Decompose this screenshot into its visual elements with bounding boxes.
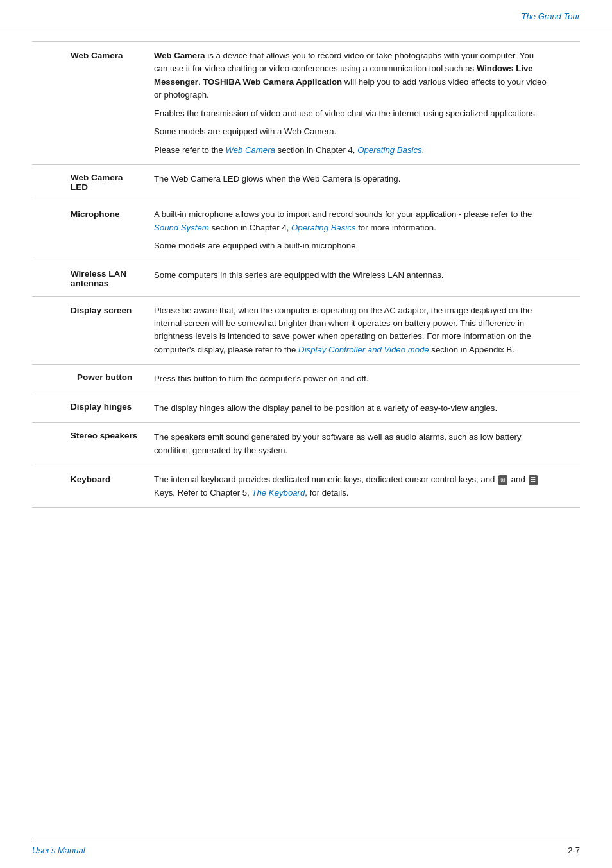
display-screen-desc-1: Please be aware that, when the computer …	[154, 304, 548, 357]
term-cell-web-camera-led: Web Camera LED	[32, 165, 148, 200]
definition-table: Web CameraWeb Camera is a device that al…	[32, 41, 580, 508]
term-cell-microphone: Microphone	[32, 200, 148, 261]
def-cell-power-button: Press this button to turn the computer's…	[148, 365, 580, 394]
term-label-power-button: Power button	[77, 372, 132, 382]
term-cell-stereo-speakers: Stereo speakers	[32, 423, 148, 465]
term-cell-keyboard: Keyboard	[32, 465, 148, 508]
web-camera-link[interactable]: Web Camera	[225, 145, 275, 155]
table-row: KeyboardThe internal keyboard provides d…	[32, 465, 580, 508]
microphone-desc-2: Some models are equipped with a built-in…	[154, 239, 548, 252]
def-cell-web-camera-led: The Web Camera LED glows when the Web Ca…	[148, 165, 580, 200]
term-cell-display-hinges: Display hinges	[32, 394, 148, 422]
def-cell-keyboard: The internal keyboard provides dedicated…	[148, 465, 580, 508]
def-cell-microphone: A built-in microphone allows you to impo…	[148, 200, 580, 261]
term-cell-power-button: Power button	[32, 365, 148, 394]
table-row: MicrophoneA built-in microphone allows y…	[32, 200, 580, 261]
term-cell-web-camera: Web Camera	[32, 42, 148, 165]
power-button-desc-1: Press this button to turn the computer's…	[154, 372, 548, 385]
operating-basics-link-2[interactable]: Operating Basics	[291, 223, 355, 232]
def-cell-wireless-lan: Some computers in this series are equipp…	[148, 261, 580, 296]
table-row: Power buttonPress this button to turn th…	[32, 365, 580, 394]
keyboard-link[interactable]: The Keyboard	[251, 488, 305, 498]
table-row: Wireless LAN antennasSome computers in t…	[32, 261, 580, 296]
def-cell-display-hinges: The display hinges allow the display pan…	[148, 394, 580, 422]
table-row: Web Camera LEDThe Web Camera LED glows w…	[32, 165, 580, 200]
display-controller-link[interactable]: Display Controller and Video mode	[298, 345, 429, 354]
web-camera-desc-4: Please refer to the Web Camera section i…	[154, 144, 548, 157]
web-camera-led-desc-1: The Web Camera LED glows when the Web Ca…	[154, 173, 548, 186]
operating-basics-link-1[interactable]: Operating Basics	[357, 145, 421, 155]
table-row: Stereo speakersThe speakers emit sound g…	[32, 423, 580, 465]
web-camera-desc-2: Enables the transmission of video and us…	[154, 107, 548, 120]
table-row: Display hingesThe display hinges allow t…	[32, 394, 580, 422]
win-key-icon: ⊞	[498, 475, 507, 485]
header-title: The Grand Tour	[522, 12, 580, 21]
term-cell-wireless-lan: Wireless LAN antennas	[32, 261, 148, 296]
sound-system-link[interactable]: Sound System	[154, 223, 209, 232]
display-hinges-desc-1: The display hinges allow the display pan…	[154, 402, 548, 415]
menu-key-icon: ☰	[529, 475, 538, 485]
wireless-lan-desc-1: Some computers in this series are equipp…	[154, 269, 548, 282]
web-camera-desc-3: Some models are equipped with a Web Came…	[154, 125, 548, 138]
def-cell-stereo-speakers: The speakers emit sound generated by you…	[148, 423, 580, 465]
table-row: Web CameraWeb Camera is a device that al…	[32, 42, 580, 165]
keyboard-description: The internal keyboard provides dedicated…	[154, 473, 548, 499]
header-bar: The Grand Tour	[0, 0, 612, 28]
microphone-desc-1: A built-in microphone allows you to impo…	[154, 208, 548, 234]
term-cell-display-screen: Display screen	[32, 296, 148, 365]
def-cell-web-camera: Web Camera is a device that allows you t…	[148, 42, 580, 165]
content-area: Web CameraWeb Camera is a device that al…	[0, 28, 612, 521]
footer-right-label: 2-7	[568, 846, 580, 855]
table-row: Display screenPlease be aware that, when…	[32, 296, 580, 365]
web-camera-desc-1: Web Camera is a device that allows you t…	[154, 49, 548, 102]
def-cell-display-screen: Please be aware that, when the computer …	[148, 296, 580, 365]
page-container: The Grand Tour Web CameraWeb Camera is a…	[0, 0, 612, 868]
footer-left-label: User's Manual	[32, 846, 85, 855]
stereo-speakers-desc-1: The speakers emit sound generated by you…	[154, 431, 548, 457]
footer-bar: User's Manual 2-7	[32, 840, 580, 855]
